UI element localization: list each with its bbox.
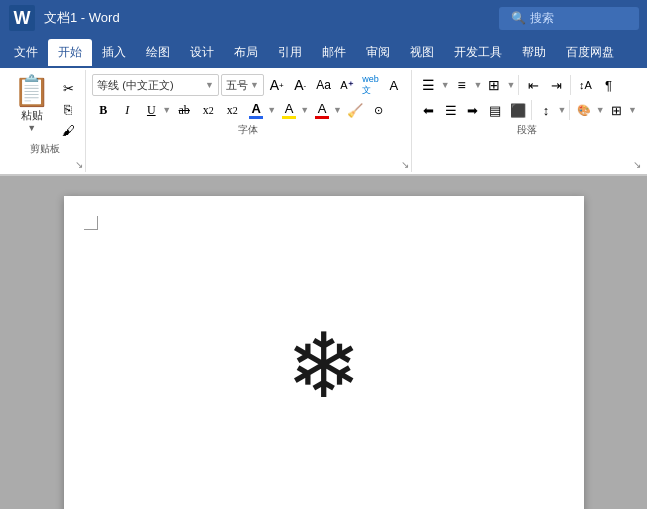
clipboard-group: 📋 粘贴 ▼ ✂ ⎘ 🖌 剪贴板 ↘ [4, 70, 86, 172]
menu-developer[interactable]: 开发工具 [444, 39, 512, 66]
menu-view[interactable]: 视图 [400, 39, 444, 66]
cut-button[interactable]: ✂ [56, 78, 80, 98]
font-color-button[interactable]: A [245, 99, 267, 121]
align-left-button[interactable]: ⬅ [418, 99, 439, 121]
phonetic-button[interactable]: ⊙ [368, 99, 390, 121]
menu-design[interactable]: 设计 [180, 39, 224, 66]
justify-button[interactable]: ▤ [485, 99, 506, 121]
paragraph-expand-icon[interactable]: ↘ [633, 159, 641, 170]
size-select-arrow: ▼ [250, 80, 259, 90]
align-distributed-button[interactable]: ⬛ [507, 99, 528, 121]
clipboard-expand-icon[interactable]: ↘ [75, 159, 83, 170]
italic-button[interactable]: I [116, 99, 138, 121]
ul-arrow[interactable]: ▼ [441, 80, 450, 90]
copy-button[interactable]: ⎘ [56, 99, 80, 119]
window-title: 文档1 - Word [44, 9, 499, 27]
paragraph-group: ☰ ▼ ≡ ▼ ⊞ ▼ ⇤ ⇥ ↕A ¶ ⬅ ☰ ➡ ▤ ⬛ ↕ [412, 70, 643, 172]
font-shrink-button[interactable]: A- [289, 74, 310, 96]
border-button[interactable]: ⊞ [606, 99, 627, 121]
menu-insert[interactable]: 插入 [92, 39, 136, 66]
menu-mailings[interactable]: 邮件 [312, 39, 356, 66]
shading-arrow[interactable]: ▼ [333, 105, 342, 115]
align-center-button[interactable]: ☰ [440, 99, 461, 121]
font-name-select[interactable]: 等线 (中文正文) ▼ [92, 74, 219, 96]
paste-button[interactable]: 📋 粘贴 ▼ [9, 74, 54, 133]
shading-button[interactable]: 🎨 [573, 99, 594, 121]
search-icon: 🔍 [511, 11, 526, 25]
highlight-arrow[interactable]: ▼ [300, 105, 309, 115]
app-logo: W [8, 4, 36, 32]
line-spacing-button[interactable]: ↕ [535, 99, 556, 121]
font-select-arrow: ▼ [205, 80, 214, 90]
shading-btn-arrow[interactable]: ▼ [596, 105, 605, 115]
ml-arrow[interactable]: ▼ [506, 80, 515, 90]
clipboard-label: 剪贴板 [30, 142, 60, 156]
document-area: ❄ [0, 176, 647, 509]
font-group-label: 字体 [238, 123, 258, 137]
font-size-select[interactable]: 五号 ▼ [221, 74, 264, 96]
font-shading-button[interactable]: A [311, 99, 333, 121]
font-color-arrow[interactable]: ▼ [267, 105, 276, 115]
menu-draw[interactable]: 绘图 [136, 39, 180, 66]
erase-format-button[interactable]: 🧹 [344, 99, 366, 121]
underline-button[interactable]: U [140, 99, 162, 121]
font-web-button[interactable]: web文 [360, 74, 381, 96]
clear-format-button[interactable]: A [383, 74, 404, 96]
menu-bar: 文件 开始 插入 绘图 设计 布局 引用 邮件 审阅 视图 开发工具 帮助 百度… [0, 36, 647, 68]
bold-button[interactable]: B [92, 99, 114, 121]
font-effect-button[interactable]: A⁺ [336, 74, 357, 96]
format-painter-button[interactable]: 🖌 [56, 120, 80, 140]
title-bar: W 文档1 - Word 🔍 搜索 [0, 0, 647, 36]
font-expand-icon[interactable]: ↘ [401, 159, 409, 170]
align-right-button[interactable]: ➡ [462, 99, 483, 121]
border-arrow[interactable]: ▼ [628, 105, 637, 115]
unordered-list-button[interactable]: ☰ [418, 74, 440, 96]
paragraph-label: 段落 [517, 123, 537, 137]
superscript-button[interactable]: x2 [221, 99, 243, 121]
menu-references[interactable]: 引用 [268, 39, 312, 66]
underline-arrow[interactable]: ▼ [162, 105, 171, 115]
sort-button[interactable]: ↕A [574, 74, 596, 96]
decrease-indent-button[interactable]: ⇤ [522, 74, 544, 96]
increase-indent-button[interactable]: ⇥ [545, 74, 567, 96]
line-spacing-arrow[interactable]: ▼ [558, 105, 567, 115]
menu-help[interactable]: 帮助 [512, 39, 556, 66]
search-box[interactable]: 🔍 搜索 [499, 7, 639, 30]
page-corner-mark [84, 216, 98, 230]
menu-home[interactable]: 开始 [48, 39, 92, 66]
search-placeholder: 搜索 [530, 10, 554, 27]
highlight-button[interactable]: A [278, 99, 300, 121]
multilevel-list-button[interactable]: ⊞ [483, 74, 505, 96]
document-page[interactable]: ❄ [64, 196, 584, 509]
menu-layout[interactable]: 布局 [224, 39, 268, 66]
strikethrough-button[interactable]: ab [173, 99, 195, 121]
snowflake-symbol: ❄ [286, 321, 361, 411]
menu-file[interactable]: 文件 [4, 39, 48, 66]
font-group: 等线 (中文正文) ▼ 五号 ▼ A+ A- Aa A⁺ web文 A B I [86, 70, 411, 172]
paste-label: 粘贴 [21, 108, 43, 123]
word-icon: W [9, 5, 35, 31]
ol-arrow[interactable]: ▼ [474, 80, 483, 90]
menu-baidu[interactable]: 百度网盘 [556, 39, 624, 66]
show-marks-button[interactable]: ¶ [597, 74, 619, 96]
menu-review[interactable]: 审阅 [356, 39, 400, 66]
font-grow-button[interactable]: A+ [266, 74, 287, 96]
ordered-list-button[interactable]: ≡ [451, 74, 473, 96]
subscript-button[interactable]: x2 [197, 99, 219, 121]
change-case-button[interactable]: Aa [313, 74, 334, 96]
font-color-label: A [252, 102, 261, 115]
